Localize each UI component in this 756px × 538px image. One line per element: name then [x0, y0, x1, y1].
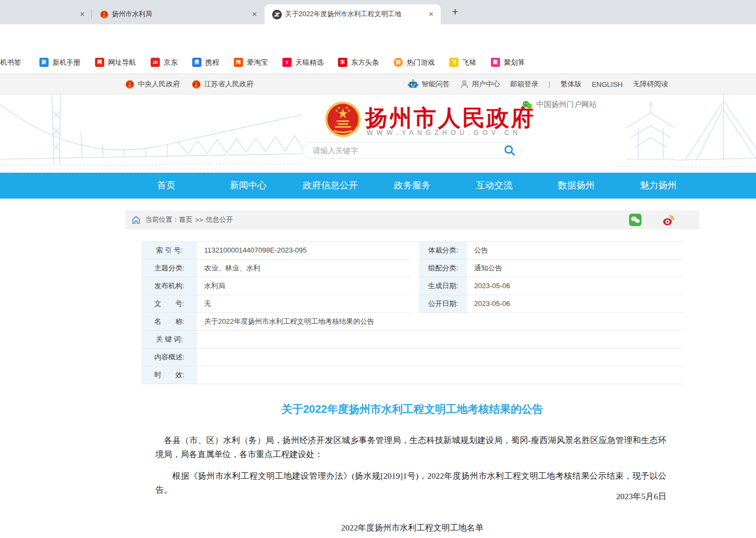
- bookmark-item[interactable]: 飞飞猪: [449, 58, 476, 67]
- search-input[interactable]: [313, 146, 503, 155]
- link-accessibility[interactable]: 无障碍阅读: [633, 79, 668, 89]
- bookmark-label: 热门游戏: [407, 58, 435, 67]
- nav-charm-yangzhou[interactable]: 魅力扬州: [617, 173, 699, 199]
- address-toolbar: 不安全 yangzhou.gov.cn/yzszxxgk/slj/202305/…: [0, 24, 756, 51]
- link-smart-qa[interactable]: 智能问答: [408, 79, 450, 89]
- article-body: 各县（市、区）水利（务）局，扬州经济开发区城乡事务管理局，生态科技新城规划建设局…: [156, 433, 666, 497]
- meta-value: 公告: [467, 242, 683, 260]
- meta-row: 名 称: 关于2022年度扬州市水利工程文明工地考核结果的公告: [141, 313, 683, 331]
- breadcrumb-home-link[interactable]: 首页: [179, 215, 193, 224]
- meta-row: 内容概述:: [141, 349, 683, 366]
- meta-value: 2023-05-06: [467, 295, 683, 313]
- meta-value: 关于2022年度扬州市水利工程文明工地考核结果的公告: [197, 313, 683, 331]
- link-label: 中央人民政府: [138, 79, 180, 89]
- nav-home[interactable]: 首页: [125, 173, 207, 199]
- bookmark-label: 聚划算: [504, 58, 525, 67]
- tab-yangzhou-water-bureau[interactable]: 扬州市水利局 ×: [92, 4, 264, 24]
- meta-value: 农业、林业、水利: [197, 260, 410, 277]
- meta-label: 体裁分类:: [419, 242, 467, 260]
- portal-wechat-link[interactable]: 中国扬州门户网站: [522, 100, 597, 110]
- meta-value: 11321000014407098E-2023-095: [197, 242, 410, 260]
- link-label: 智能问答: [422, 79, 450, 89]
- nav-data-yangzhou[interactable]: 数据扬州: [535, 173, 617, 199]
- link-label: 无障碍阅读: [633, 79, 668, 89]
- bookmark-favicon: 聚: [491, 58, 500, 67]
- meta-label: 组配分类:: [419, 260, 467, 277]
- bookmark-label: 东方头条: [351, 58, 379, 67]
- main-nav: 首页 新闻中心 政府信息公开 政务服务 互动交流 数据扬州 魅力扬州: [0, 173, 756, 199]
- breadcrumb-prefix: 当前位置：: [145, 215, 179, 224]
- bookmark-favicon: T: [282, 58, 292, 67]
- bookmark-item[interactable]: 东东方头条: [338, 58, 379, 67]
- link-label: 江苏省人民政府: [204, 79, 253, 89]
- bookmark-item[interactable]: 聚聚划算: [491, 58, 525, 67]
- weibo-share-icon[interactable]: [662, 214, 680, 226]
- tab-bar: × 扬州市水利局 × 关于2022年度扬州市水利工程文明工地 × +: [0, 0, 756, 24]
- bookmark-item[interactable]: 游热门游戏: [394, 58, 435, 67]
- site-favicon: [272, 10, 282, 19]
- meta-row: 关 键 词:: [141, 331, 683, 349]
- meta-gap: [410, 277, 419, 295]
- tab-close-icon[interactable]: ×: [249, 9, 260, 19]
- wechat-share-icon[interactable]: [629, 214, 646, 226]
- site-header: 扬州市人民政府 WWW.YANGZHOU.GOV.CN 中国扬州门户网站: [0, 94, 756, 173]
- bookmark-item[interactable]: JD京东: [151, 58, 178, 67]
- meta-value: 无: [197, 295, 410, 313]
- bookmark-label: 京东: [164, 58, 178, 67]
- link-label: 用户中心: [472, 79, 500, 89]
- search-icon[interactable]: [503, 144, 516, 157]
- bookmark-label: 携程: [205, 58, 219, 67]
- link-user-center[interactable]: 用户中心: [460, 79, 500, 89]
- bridge-sketch-art: [0, 94, 302, 173]
- user-icon: [460, 80, 469, 88]
- pagoda-sketch-art: [594, 94, 756, 173]
- link-traditional-chinese[interactable]: 繁体版: [561, 79, 582, 89]
- bookmark-label: 新机手册: [52, 58, 80, 67]
- bookmarks-bar: 机书签 新新机手册 网网址导航 JD京东 携携程 淘爱淘宝 T天猫精选 东东方头…: [0, 51, 756, 74]
- tab-close-icon[interactable]: ×: [426, 9, 436, 19]
- article-paragraph: 各县（市、区）水利（务）局，扬州经济开发区城乡事务管理局，生态科技新城规划建设局…: [156, 433, 666, 461]
- link-mail-login[interactable]: 邮箱登录: [510, 79, 538, 89]
- article-title: 关于2022年度扬州市水利工程文明工地考核结果的公告: [125, 402, 699, 417]
- bookmark-favicon: JD: [151, 58, 160, 67]
- nav-info-disclosure[interactable]: 政府信息公开: [289, 173, 372, 199]
- tab-separator: [91, 9, 92, 19]
- link-central-government[interactable]: 中央人民政府: [125, 79, 180, 89]
- link-label: 繁体版: [561, 79, 582, 89]
- meta-label: 关 键 词:: [141, 331, 197, 349]
- bookmark-item[interactable]: 机书签: [0, 58, 21, 67]
- bookmark-item[interactable]: 新新机手册: [39, 58, 80, 67]
- meta-gap: [410, 242, 419, 260]
- tab-partial[interactable]: ×: [0, 4, 92, 24]
- bookmark-label: 爱淘宝: [247, 58, 268, 67]
- document-meta-table: 索 引 号: 11321000014407098E-2023-095 体裁分类:…: [141, 241, 683, 384]
- meta-row: 时 效:: [141, 366, 683, 384]
- new-tab-button[interactable]: +: [448, 5, 462, 19]
- tab-close-icon[interactable]: ×: [77, 9, 87, 19]
- link-english[interactable]: ENGLISH: [592, 80, 623, 88]
- meta-label: 主题分类:: [141, 260, 197, 277]
- nav-news-center[interactable]: 新闻中心: [207, 173, 289, 199]
- bookmark-item[interactable]: 网网址导航: [95, 58, 136, 67]
- nav-interaction[interactable]: 互动交流: [453, 173, 535, 199]
- breadcrumb-separator: >>: [195, 216, 204, 224]
- bookmark-item[interactable]: 淘爱淘宝: [234, 58, 268, 67]
- bookmark-label: 网址导航: [108, 58, 136, 67]
- robot-icon: [408, 79, 418, 89]
- national-emblem-logo: [325, 101, 361, 138]
- nav-gov-services[interactable]: 政务服务: [372, 173, 454, 199]
- bookmark-item[interactable]: T天猫精选: [282, 58, 323, 67]
- meta-label: 生成日期:: [419, 277, 467, 295]
- bookmark-favicon: 飞: [449, 58, 458, 67]
- breadcrumb: 当前位置： 首页 >> 信息公开: [125, 210, 699, 229]
- browser-window: × 扬州市水利局 × 关于2022年度扬州市水利工程文明工地 × +: [0, 0, 756, 538]
- bookmark-item[interactable]: 携携程: [192, 58, 219, 67]
- breadcrumb-section-link[interactable]: 信息公开: [206, 215, 233, 224]
- tab-active-announcement[interactable]: 关于2022年度扬州市水利工程文明工地 ×: [265, 4, 441, 24]
- link-label: ENGLISH: [592, 80, 623, 88]
- link-jiangsu-government[interactable]: 江苏省人民政府: [192, 79, 253, 89]
- bookmark-label: 飞猪: [462, 58, 476, 67]
- meta-value: [197, 331, 683, 349]
- wechat-icon: [522, 100, 532, 110]
- tab-title: 扬州市水利局: [112, 10, 246, 19]
